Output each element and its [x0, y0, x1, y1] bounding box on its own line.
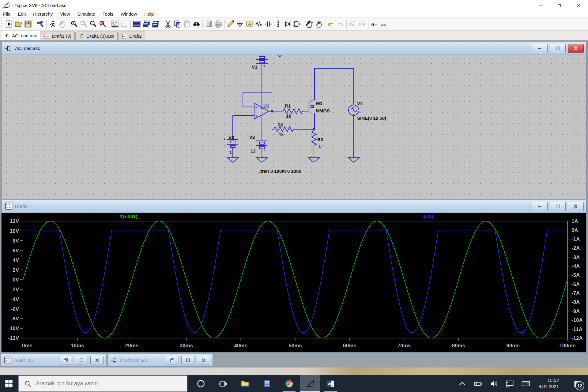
save-icon[interactable] [23, 19, 33, 29]
cascade-windows-icon[interactable] [141, 19, 151, 29]
cut-icon[interactable] [163, 19, 173, 29]
close-button[interactable] [197, 356, 210, 364]
component-v4[interactable]: + - V4 SINE(0 12 50) [349, 101, 386, 158]
chevron-up-tray-button[interactable] [454, 375, 470, 392]
waveform-plot[interactable]: 12V10V8V6V4V2V0V-2V-4V-6V-8V-10V-12V1A0A… [2, 213, 586, 352]
move-hand-icon[interactable] [304, 19, 314, 29]
print-icon[interactable] [213, 19, 223, 29]
toolbar-drag-handle[interactable] [1, 20, 3, 29]
ground-icon[interactable] [235, 19, 245, 29]
tab-draft1-3-asc[interactable]: Draft1 (3).asc [75, 32, 118, 40]
redo-icon [336, 19, 345, 29]
copy-icon[interactable] [173, 19, 182, 29]
tab-draft1-3-[interactable]: Draft1 (3) [41, 32, 75, 40]
waveform-minimize-button[interactable] [532, 202, 548, 211]
wire-drain-rail[interactable] [315, 68, 354, 105]
component-r1[interactable]: R1 1k [282, 103, 308, 119]
restore-button[interactable] [166, 356, 179, 364]
component-v1[interactable]: V1 + [252, 55, 268, 107]
clock[interactable]: 15:52 8.01.2021 [525, 377, 559, 390]
waveform-maximize-button[interactable] [550, 202, 566, 211]
svg-text:1k: 1k [286, 113, 291, 119]
restore-button[interactable] [59, 356, 72, 364]
zoom-extents-icon[interactable] [98, 19, 107, 29]
component-v3[interactable]: + V3 1 [223, 115, 238, 158]
app-minimize-button[interactable] [531, 0, 550, 10]
menu-help[interactable]: Help [141, 10, 157, 18]
run-icon[interactable] [4, 19, 14, 29]
svg-text:W: W [328, 382, 331, 386]
find-icon[interactable] [192, 19, 201, 29]
waveform-close-button[interactable] [568, 202, 584, 211]
minimized-window-draft1[interactable]: Draft1 (3) [1, 354, 106, 367]
zoom-in-icon[interactable] [70, 19, 79, 29]
file-explorer-taskbar-button[interactable] [234, 375, 256, 392]
volume-tray-button[interactable] [486, 375, 502, 392]
menu-file[interactable]: File [0, 10, 14, 18]
app-restore-button[interactable] [550, 0, 569, 10]
trace-label[interactable]: I(R3) [422, 214, 433, 219]
tab-acload-asc[interactable]: ACLoad.asc [1, 31, 40, 40]
component-icon[interactable] [292, 19, 302, 29]
app-titlebar[interactable]: LT LTspice XVII - ACLoad.asc [0, 0, 588, 10]
wire-pencil-icon[interactable] [226, 19, 235, 29]
cortana-taskbar-button[interactable] [190, 375, 212, 392]
tile-horizontal-icon[interactable] [132, 19, 141, 29]
undo-icon[interactable] [326, 19, 336, 29]
zoom-out-icon[interactable] [89, 19, 98, 29]
search-input[interactable] [36, 380, 168, 387]
autorange-plot-icon[interactable] [110, 19, 120, 29]
notification-center-button[interactable]: 12 [568, 375, 587, 392]
menu-tools[interactable]: Tools [99, 10, 117, 18]
chrome-taskbar-button[interactable] [278, 375, 300, 392]
halt-runner-icon[interactable] [48, 19, 57, 29]
taskbar-search-box[interactable] [18, 375, 187, 392]
component-v2[interactable]: V2 12 + [249, 134, 267, 158]
control-panel-hammer-icon[interactable] [36, 19, 45, 29]
battery-tray-button[interactable] [470, 375, 486, 392]
menu-simulate[interactable]: Simulate [74, 10, 99, 18]
waveform-plot-area[interactable]: 12V10V8V6V4V2V0V-2V-4V-6V-8V-10V-12V1A0A… [2, 213, 586, 352]
tab-draft2[interactable]: Draft2 [118, 32, 145, 40]
minimized-window-draft1-asc[interactable]: Draft1 (3).asc [107, 354, 213, 367]
trace-label[interactable]: V(n001) [120, 214, 138, 219]
open-icon[interactable] [14, 19, 23, 29]
menu-window[interactable]: Window [117, 10, 141, 18]
schematic-close-button[interactable] [568, 44, 584, 53]
menu-view[interactable]: View [56, 10, 74, 18]
print-preview-icon[interactable] [204, 19, 213, 29]
schematic-canvas[interactable]: V1 + - + + - U1 [2, 55, 586, 199]
resistor-icon[interactable] [254, 19, 264, 29]
spice-directive-icon[interactable]: .op [379, 19, 389, 29]
spice-directive-text[interactable]: .tran 0 100m 0 100u [259, 168, 301, 174]
maximize-button[interactable] [181, 356, 194, 364]
toolbar-separator [68, 20, 68, 28]
net-label-icon[interactable]: A [245, 19, 254, 29]
capacitor-icon[interactable] [264, 19, 273, 29]
calculator-taskbar-button[interactable] [256, 375, 278, 392]
component-r3[interactable]: R3 1 [311, 129, 323, 158]
component-r2[interactable]: R2 1k [272, 122, 314, 137]
menu-edit[interactable]: Edit [14, 10, 29, 18]
start-button[interactable] [0, 375, 18, 392]
inductor-icon[interactable] [273, 19, 283, 29]
network-display-tray-button[interactable] [502, 375, 518, 392]
diode-icon[interactable] [283, 19, 292, 29]
drag-hand-icon[interactable] [314, 19, 323, 29]
word-taskbar-button[interactable]: W [320, 375, 341, 392]
menu-hierarchy[interactable]: Hierarchy [29, 10, 56, 18]
close-button[interactable] [90, 356, 104, 364]
ltspice-taskbar-button[interactable]: LT [300, 375, 320, 392]
schematic-maximize-button[interactable] [550, 44, 566, 53]
component-u1-opamp[interactable]: - + + - U1 [233, 93, 282, 140]
maximize-button[interactable] [75, 356, 88, 364]
svg-text:R2: R2 [277, 122, 283, 127]
schematic-minimize-button[interactable] [532, 44, 548, 53]
text-icon[interactable]: Aa [370, 19, 379, 29]
tile-vertical-icon[interactable] [151, 19, 160, 29]
app-close-button[interactable] [569, 0, 588, 10]
task-view-taskbar-button[interactable] [212, 375, 234, 392]
waveform-window-titlebar[interactable]: Draft2 [2, 200, 586, 213]
component-m1-nmos[interactable]: M1 NMOS [308, 68, 330, 129]
schematic-window-titlebar[interactable]: ACLoad.asc [2, 42, 586, 55]
